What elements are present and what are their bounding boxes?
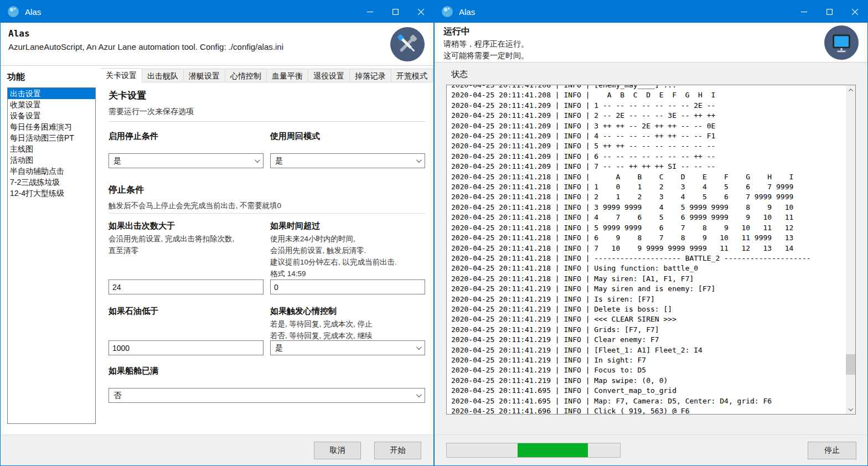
tab[interactable]: 开荒模式 <box>391 69 433 82</box>
enable-stop-label: 启用停止条件 <box>108 131 158 142</box>
log-line: 2020-04-25 20:11:41.218 | INFO | 5 9999 … <box>451 223 846 233</box>
log-scrollbar[interactable] <box>846 85 855 414</box>
sidebar-item[interactable]: 活动图 <box>8 154 95 165</box>
tab-bar: 关卡设置 出击舰队 潜艇设置 心情控制 血量平衡 退役设置 掉落记录 开荒模式 <box>101 68 433 82</box>
log-line: 2020-04-25 20:11:41.219 | INFO | In sigh… <box>451 355 846 365</box>
log-line: 2020-04-25 20:11:41.219 | INFO | Delete … <box>451 304 846 314</box>
log-line: 2020-04-25 20:11:41.695 | INFO | Convert… <box>451 386 846 396</box>
window-title: Alas <box>459 7 791 17</box>
log-line: 2020-04-25 20:11:41.218 | INFO | A B C D… <box>451 172 846 182</box>
sidebar-item[interactable]: 7-2三战拣垃圾 <box>8 177 95 188</box>
sidebar-item[interactable]: 每日活动图三倍PT <box>8 132 95 143</box>
running-line2: 这可能将需要一定时间。 <box>443 51 867 61</box>
divider <box>108 121 425 122</box>
function-list: 出击设置 收菜设置 设备设置 每日任务困难演习 每日活动图三倍PT 主线图 活动… <box>7 87 96 424</box>
log-line: 2020-04-25 20:11:41.219 | INFO | <<< CLE… <box>451 314 846 324</box>
log-line: 2020-04-25 20:11:41.209 | INFO | 1 -- --… <box>451 101 846 111</box>
log-line: 2020-04-25 20:11:41.219 | INFO | Is sire… <box>451 294 846 304</box>
oil-lt-label: 如果石油低于 <box>108 306 158 317</box>
running-title: 运行中 <box>443 26 867 38</box>
sidebar-title: 功能 <box>7 71 101 83</box>
emotion-select[interactable]: 是 <box>270 340 425 355</box>
tab[interactable]: 掉落记录 <box>350 69 391 82</box>
log-output[interactable]: 2020-04-25 20:11:41.208 | INFO | [enemy_… <box>447 85 846 414</box>
minimize-button[interactable] <box>357 1 383 23</box>
tab[interactable]: 血量平衡 <box>267 69 308 82</box>
scroll-up-icon[interactable] <box>846 85 855 95</box>
dock-full-value: 否 <box>113 391 121 401</box>
running-header: 运行中 请稍等，程序正在运行。 这可能将需要一定时间。 <box>435 23 867 63</box>
stop-condition-desc: 触发后不会马上停止会先完成当前出击, 不需要就填0 <box>108 200 281 211</box>
log-line: 2020-04-25 20:11:41.209 | INFO | 3 ++ ++… <box>451 121 846 131</box>
titlebar[interactable]: Alas <box>435 1 867 23</box>
count-gt-desc: 会沿用先前设置, 完成出击将扣除次数, 直至清零 <box>108 233 234 256</box>
time-gt-label: 如果时间超过 <box>270 221 320 231</box>
monitor-icon <box>824 25 859 60</box>
log-line: 2020-04-25 20:11:41.218 | INFO | 4 7 6 5… <box>451 213 846 222</box>
scrollbar-thumb[interactable] <box>846 354 855 375</box>
time-gt-desc: 使用未来24小时内的时间, 会沿用先前设置, 触发后清零. 建议提前10分钟左右… <box>270 233 397 279</box>
stop-button[interactable]: 停止 <box>808 442 856 459</box>
oil-lt-input[interactable] <box>108 340 264 355</box>
loop-mode-select[interactable]: 是 <box>270 153 425 168</box>
alas-logo-icon <box>441 6 453 18</box>
sidebar-item[interactable]: 主线图 <box>8 143 95 154</box>
log-line: 2020-04-25 20:11:41.218 | INFO | -------… <box>451 253 846 263</box>
pane-subtitle: 需要运行一次来保存选项 <box>108 107 194 117</box>
count-gt-label: 如果出击次数大于 <box>108 221 175 231</box>
progress-indicator <box>518 443 588 457</box>
tab[interactable]: 出击舰队 <box>142 69 184 82</box>
sidebar-item[interactable]: 12-4打大型练级 <box>8 188 95 199</box>
log-line: 2020-04-25 20:11:41.218 | INFO | 2 1 2 3… <box>451 192 846 202</box>
enable-stop-select[interactable]: 是 <box>108 153 264 168</box>
start-button[interactable]: 开始 <box>374 442 421 459</box>
log-line: 2020-04-25 20:11:41.209 | INFO | 7 -- --… <box>451 162 846 172</box>
close-button[interactable] <box>408 1 433 23</box>
alas-logo-icon <box>7 6 19 18</box>
log-line: 2020-04-25 20:11:41.219 | INFO | Map swi… <box>451 376 846 386</box>
log-line: 2020-04-25 20:11:41.219 | INFO | Grids: … <box>451 325 846 335</box>
enable-stop-value: 是 <box>113 156 121 166</box>
tab[interactable]: 心情控制 <box>225 69 267 82</box>
sidebar: 功能 出击设置 收菜设置 设备设置 每日任务困难演习 每日活动图三倍PT 主线图 <box>1 66 101 434</box>
log-line: 2020-04-25 20:11:41.696 | INFO | Click (… <box>451 406 846 414</box>
log-line: 2020-04-25 20:11:41.219 | INFO | Clear e… <box>451 335 846 345</box>
maximize-button[interactable] <box>383 1 408 23</box>
running-footer: 停止 <box>435 434 867 465</box>
running-line1: 请稍等，程序正在运行。 <box>443 39 867 49</box>
log-line: 2020-04-25 20:11:41.208 | INFO | [enemy_… <box>451 85 846 90</box>
close-button[interactable] <box>842 1 867 23</box>
titlebar[interactable]: Alas <box>1 1 433 23</box>
log-line: 2020-04-25 20:11:41.218 | INFO | 3 9999 … <box>451 203 846 213</box>
maximize-button[interactable] <box>817 1 842 23</box>
sidebar-item[interactable]: 半自动辅助点击 <box>8 165 95 177</box>
stop-condition-title: 停止条件 <box>108 184 144 196</box>
sidebar-item[interactable]: 出击设置 <box>8 88 95 99</box>
dock-full-select[interactable]: 否 <box>108 388 425 403</box>
log-line: 2020-04-25 20:11:41.218 | INFO | 7 10 9 … <box>451 244 846 253</box>
settings-footer: 取消 开始 <box>1 434 433 465</box>
scroll-down-icon[interactable] <box>846 405 855 414</box>
dock-full-label: 如果船舱已满 <box>108 366 158 376</box>
log-line: 2020-04-25 20:11:41.218 | INFO | 6 9 8 7… <box>451 233 846 243</box>
log-line: 2020-04-25 20:11:41.209 | INFO | 4 -- --… <box>451 131 846 141</box>
log-line: 2020-04-25 20:11:41.209 | INFO | 5 ++ ++… <box>451 141 846 151</box>
minimize-button[interactable] <box>791 1 817 23</box>
count-gt-input[interactable] <box>108 279 264 294</box>
sidebar-item[interactable]: 设备设置 <box>8 110 95 121</box>
sidebar-item[interactable]: 每日任务困难演习 <box>8 121 95 132</box>
log-line: 2020-04-25 20:11:41.218 | INFO | Using f… <box>451 263 846 273</box>
emotion-label: 如果触发心情控制 <box>270 306 337 317</box>
tab[interactable]: 关卡设置 <box>101 68 142 82</box>
emotion-value: 是 <box>275 343 283 353</box>
tab[interactable]: 退役设置 <box>308 69 350 82</box>
time-gt-input[interactable] <box>270 279 425 294</box>
log-line: 2020-04-25 20:11:41.209 | INFO | 6 -- --… <box>451 152 846 162</box>
sidebar-item[interactable]: 收菜设置 <box>8 99 95 110</box>
tab[interactable]: 潜艇设置 <box>184 69 225 82</box>
cancel-button[interactable]: 取消 <box>314 442 361 459</box>
chevron-down-icon <box>416 344 422 350</box>
settings-content: 关卡设置 出击舰队 潜艇设置 心情控制 血量平衡 退役设置 掉落记录 开荒模式 <box>101 66 433 434</box>
desktop: Alas Alas AzurLaneAutoScript, An Azur La… <box>0 0 868 466</box>
progress-bar <box>446 443 621 458</box>
